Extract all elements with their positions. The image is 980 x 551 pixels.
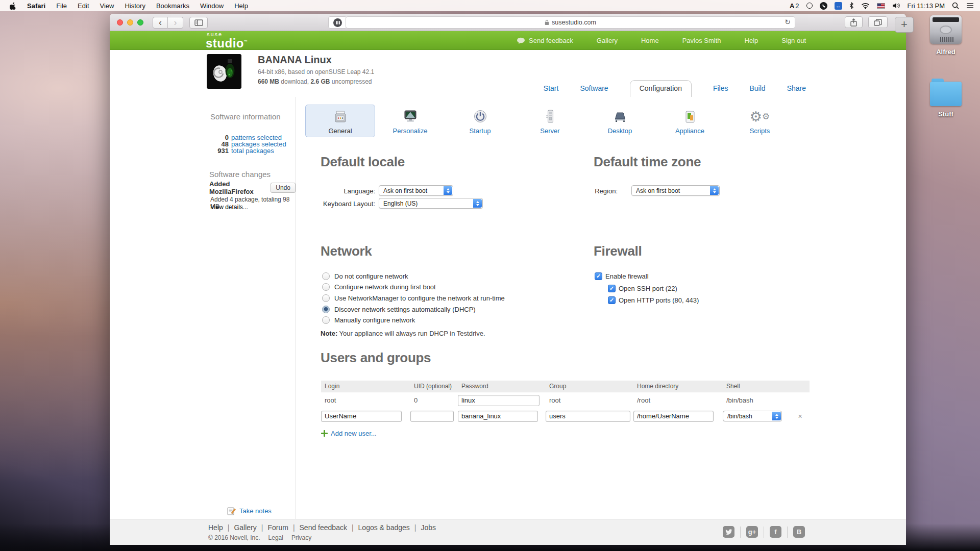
spotlight-search-icon[interactable] [952, 2, 959, 9]
reload-icon[interactable]: ↻ [785, 18, 791, 26]
total-packages-link[interactable]: total packages [231, 147, 274, 155]
footer-jobs-link[interactable]: Jobs [421, 523, 436, 532]
menu-history[interactable]: History [125, 2, 145, 10]
close-window-button[interactable] [117, 19, 123, 26]
take-notes[interactable]: Take notes [227, 507, 272, 515]
config-tab-server[interactable]: Server [515, 105, 585, 137]
home-link[interactable]: Home [641, 37, 659, 44]
teamviewer-icon[interactable]: ↔ [835, 2, 842, 10]
new-user-group-input[interactable] [546, 411, 630, 422]
tab-files[interactable]: Files [713, 84, 728, 97]
software-change-row: Added MozillaFirefox Undo [209, 180, 296, 195]
menu-view[interactable]: View [100, 2, 114, 10]
footer-feedback-link[interactable]: Send feedback [300, 523, 347, 532]
address-bar[interactable]: susestudio.com ↻ [346, 16, 795, 29]
menu-clock[interactable]: Fri 11:13 PM [908, 2, 945, 10]
gallery-link[interactable]: Gallery [597, 37, 618, 44]
keyboard-layout-flag-icon[interactable] [877, 3, 885, 9]
back-button[interactable]: ‹ [153, 17, 168, 29]
config-tab-desktop[interactable]: Desktop [585, 105, 655, 137]
new-user-home-input[interactable] [633, 411, 714, 422]
new-user-shell-select[interactable]: /bin/bash [723, 411, 782, 421]
bluetooth-icon[interactable] [849, 2, 854, 9]
network-option-none[interactable]: Do not configure network [322, 272, 408, 280]
desktop-icon-stuff[interactable]: Stuff [923, 78, 969, 118]
menu-file[interactable]: File [56, 2, 67, 10]
legal-link[interactable]: Legal [268, 534, 283, 541]
alfred-menu-icon[interactable]: A2 [790, 2, 799, 10]
minimize-window-button[interactable] [127, 19, 133, 26]
menu-help[interactable]: Help [234, 2, 248, 10]
apple-menu-icon[interactable] [10, 2, 16, 10]
privacy-link[interactable]: Privacy [291, 534, 311, 541]
googleplus-icon[interactable]: g+ [746, 526, 758, 538]
account-link[interactable]: Pavlos Smith [682, 37, 721, 44]
footer-logos-link[interactable]: Logos & badges [358, 523, 410, 532]
share-button[interactable] [845, 16, 863, 28]
menu-bookmarks[interactable]: Bookmarks [156, 2, 189, 10]
help-link[interactable]: Help [745, 37, 758, 44]
adblock-extension-button[interactable] [328, 16, 347, 29]
config-tab-appliance[interactable]: Appliance [655, 105, 725, 137]
language-select[interactable]: Ask on first boot [379, 185, 453, 196]
root-password-input[interactable] [458, 395, 540, 406]
config-tab-general[interactable]: General [305, 105, 375, 137]
twitter-icon[interactable] [723, 526, 734, 538]
view-details-link[interactable]: View details... [210, 204, 248, 211]
tab-share[interactable]: Share [787, 84, 806, 97]
site-header: suse studio™ Send feedback Gallery Home … [110, 31, 906, 50]
radio-icon [322, 316, 330, 324]
menu-window[interactable]: Window [200, 2, 224, 10]
root-uid: 0 [410, 396, 458, 404]
keyboard-layout-select[interactable]: English (US) [379, 198, 483, 209]
wifi-icon[interactable] [861, 3, 870, 9]
new-tab-button[interactable]: + [895, 17, 914, 33]
forward-button[interactable]: › [168, 17, 183, 29]
tab-configuration[interactable]: Configuration [630, 80, 692, 97]
open-ssh-checkbox[interactable]: ✓Open SSH port (22) [608, 285, 677, 292]
sign-out-link[interactable]: Sign out [781, 37, 806, 44]
new-user-password-input[interactable] [458, 411, 538, 422]
sidebar-toggle-button[interactable] [189, 17, 208, 29]
add-new-user-link[interactable]: Add new user... [321, 430, 377, 437]
notification-center-icon[interactable] [966, 3, 974, 9]
facebook-icon[interactable]: f [770, 526, 781, 538]
config-tab-scripts[interactable]: ⚙⚙ Scripts [725, 105, 795, 137]
menu-safari[interactable]: Safari [27, 2, 45, 10]
zoom-window-button[interactable] [137, 19, 143, 26]
tab-software[interactable]: Software [580, 84, 608, 97]
new-user-uid-input[interactable] [410, 411, 454, 422]
config-tab-personalize[interactable]: Personalize [375, 105, 445, 137]
network-option-networkmanager[interactable]: Use NetworkManager to configure the netw… [322, 294, 505, 302]
network-option-manual[interactable]: Manually configure network [322, 316, 415, 324]
desktop-icon-alfred[interactable]: Alfred [923, 15, 969, 56]
tab-build[interactable]: Build [750, 84, 766, 97]
open-http-checkbox[interactable]: ✓Open HTTP ports (80, 443) [608, 296, 699, 304]
circle-status-icon[interactable] [806, 3, 813, 9]
network-option-firstboot[interactable]: Configure network during first boot [322, 283, 436, 291]
select-stepper-icon [444, 186, 452, 195]
menu-edit[interactable]: Edit [78, 2, 89, 10]
footer-forum-link[interactable]: Forum [267, 523, 288, 532]
volume-icon[interactable] [892, 3, 900, 9]
new-user-login-input[interactable] [321, 411, 402, 422]
phone-app-icon[interactable] [820, 2, 827, 10]
network-option-dhcp[interactable]: Discover network settings automatically … [322, 306, 476, 313]
blogger-icon[interactable]: B [793, 526, 805, 538]
enable-firewall-checkbox[interactable]: ✓Enable firewall [595, 272, 649, 280]
undo-button[interactable]: Undo [271, 183, 296, 193]
footer-help-link[interactable]: Help [208, 523, 223, 532]
browser-toolbar: ‹ › susestudio.com ↻ [110, 14, 906, 31]
region-select[interactable]: Ask on first boot [631, 185, 720, 196]
send-feedback-link[interactable]: Send feedback [517, 37, 573, 44]
users-table: LoginUID (optional)PasswordGroupHome dir… [321, 381, 810, 424]
tab-overview-button[interactable] [868, 16, 888, 28]
delete-user-button[interactable]: × [791, 412, 810, 420]
window-controls [117, 19, 143, 26]
footer-gallery-link[interactable]: Gallery [234, 523, 256, 532]
config-tab-startup[interactable]: Startup [445, 105, 515, 137]
appliance-logo [207, 54, 241, 89]
susestudio-logo[interactable]: suse studio™ [206, 32, 248, 49]
tab-start[interactable]: Start [544, 84, 559, 97]
user-row-root: root 0 root /root /bin/bash [321, 392, 810, 408]
